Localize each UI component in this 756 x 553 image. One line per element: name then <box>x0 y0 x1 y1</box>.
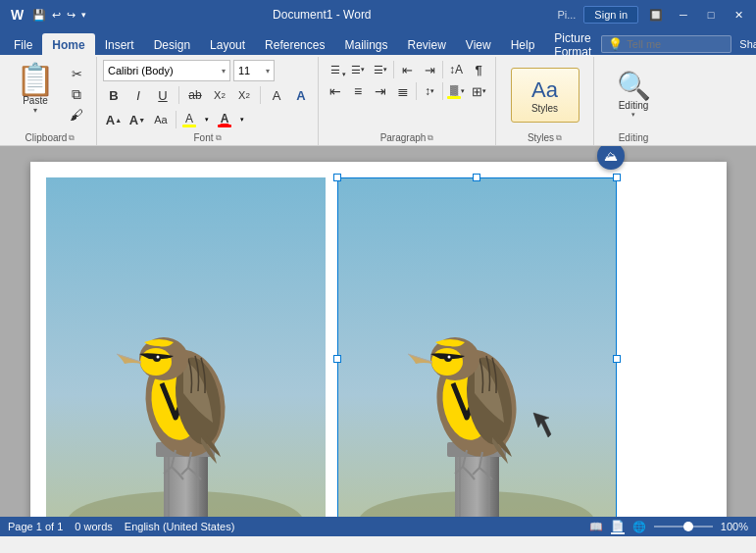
italic-button[interactable]: I <box>127 84 149 106</box>
superscript-button[interactable]: X2 <box>233 84 255 106</box>
tab-layout[interactable]: Layout <box>200 33 255 55</box>
tab-design[interactable]: Design <box>144 33 200 55</box>
change-case-button[interactable]: Aa <box>150 109 172 130</box>
close-button[interactable]: ✕ <box>729 5 748 25</box>
tab-home[interactable]: Home <box>42 33 94 55</box>
increase-indent-button[interactable]: ⇥ <box>419 60 440 79</box>
share-button[interactable]: Share <box>739 38 756 50</box>
web-layout-button[interactable]: 🌐 <box>632 521 646 533</box>
undo-qat-btn[interactable]: ↩ <box>52 9 61 22</box>
resize-handle-middle-left[interactable] <box>333 355 341 363</box>
cut-button[interactable]: ✂ <box>63 64 90 83</box>
increase-font-button[interactable]: A▲ <box>103 109 125 130</box>
zoom-thumb[interactable] <box>683 522 693 531</box>
decrease-font-button[interactable]: A▼ <box>126 109 148 130</box>
paste-dropdown-arrow[interactable]: ▾ <box>33 106 37 115</box>
decrease-indent-button[interactable]: ⇤ <box>396 60 418 79</box>
styles-expand-btn[interactable]: ⧉ <box>556 133 562 143</box>
paragraph-group: ☰▾ ☰▾ ☰▾ ⇤ ⇥ ↕A ¶ ⇤ ≡ ⇥ ≣ <box>319 57 496 145</box>
justify-button[interactable]: ≣ <box>392 81 414 101</box>
tab-mailings[interactable]: Mailings <box>334 33 397 55</box>
text-effects-button[interactable]: A <box>290 84 312 106</box>
image1-container[interactable] <box>46 177 326 517</box>
align-right-button[interactable]: ⇥ <box>370 81 391 101</box>
editing-dropdown-arrow[interactable]: ▾ <box>631 111 635 119</box>
editing-button[interactable]: 🔍 Editing ▾ <box>604 68 663 123</box>
tab-review[interactable]: Review <box>397 33 455 55</box>
show-hide-button[interactable]: ¶ <box>468 60 489 79</box>
bullets-button[interactable]: ☰▾ <box>325 60 346 79</box>
document-page: ⛰ <box>30 162 727 517</box>
subscript-button[interactable]: X2 <box>209 84 230 106</box>
print-layout-button[interactable]: 📄 <box>611 520 625 534</box>
font-expand-btn[interactable]: ⧉ <box>216 133 222 143</box>
shading-button[interactable]: ▓ ▾ <box>445 81 467 101</box>
zoom-slider[interactable] <box>654 526 713 528</box>
clear-formatting-button[interactable]: A <box>266 84 287 106</box>
pi-label: Pi... <box>557 9 576 21</box>
editing-label-row: Editing <box>600 130 667 145</box>
image2-container[interactable]: ⛰ <box>337 177 617 517</box>
paragraph-content: ☰▾ ☰▾ ☰▾ ⇤ ⇥ ↕A ¶ ⇤ ≡ ⇥ ≣ <box>325 60 489 130</box>
multilevel-button[interactable]: ☰▾ <box>370 60 391 79</box>
tab-view[interactable]: View <box>456 33 501 55</box>
ribbon-display-btn[interactable]: 🔲 <box>646 5 666 25</box>
para-divider2 <box>442 61 443 78</box>
clipboard-expand-btn[interactable]: ⧉ <box>69 133 75 143</box>
font-size-dropdown[interactable]: 11 ▾ <box>233 60 275 81</box>
para-divider1 <box>393 61 394 78</box>
paragraph-expand-btn[interactable]: ⧉ <box>428 133 433 143</box>
tab-help[interactable]: Help <box>501 33 545 55</box>
status-bar: Page 1 of 1 0 words English (United Stat… <box>0 517 756 536</box>
tab-picture-format[interactable]: Picture Format <box>544 33 601 55</box>
minimize-button[interactable]: ─ <box>674 5 693 25</box>
styles-button[interactable]: Aa Styles <box>511 68 580 123</box>
shading-indicator <box>447 96 461 99</box>
image-layout-button[interactable]: ⛰ <box>597 146 625 170</box>
para-divider3 <box>416 82 417 100</box>
ribbon: 📋 Paste ▾ ✂ ⧉ 🖌 Clipboard ⧉ Calibri (Bod… <box>0 55 756 146</box>
resize-handle-middle-right[interactable] <box>613 355 621 363</box>
title-bar-right: Pi... Sign in 🔲 ─ □ ✕ <box>557 5 748 25</box>
font-color-button[interactable]: A <box>216 111 233 128</box>
highlight-color-dropdown[interactable]: ▾ <box>200 110 214 129</box>
font-name-dropdown-arrow: ▾ <box>222 67 226 75</box>
copy-button[interactable]: ⧉ <box>63 84 90 104</box>
tab-insert[interactable]: Insert <box>95 33 144 55</box>
redo-qat-btn[interactable]: ↪ <box>67 9 76 22</box>
tab-file[interactable]: File <box>4 33 42 55</box>
bold-button[interactable]: B <box>103 84 125 106</box>
resize-handle-top-right[interactable] <box>613 174 621 181</box>
svg-point-23 <box>431 348 463 376</box>
resize-handle-top-middle[interactable] <box>473 174 480 181</box>
sign-in-button[interactable]: Sign in <box>583 6 638 24</box>
clipboard-group: 📋 Paste ▾ ✂ ⧉ 🖌 Clipboard ⧉ <box>4 57 97 145</box>
editing-content: 🔍 Editing ▾ <box>600 60 667 130</box>
strikethrough-button[interactable]: ab <box>184 84 206 106</box>
sort-button[interactable]: ↕A <box>445 60 467 79</box>
tab-references[interactable]: References <box>255 33 334 55</box>
tell-me-box[interactable]: 💡 <box>601 35 731 53</box>
maximize-button[interactable]: □ <box>701 5 721 25</box>
editing-label: Editing <box>619 100 649 111</box>
highlight-color-button[interactable]: A <box>180 111 198 128</box>
window-title: Document1 - Word <box>86 8 557 22</box>
word-count: 0 words <box>75 521 113 532</box>
paste-icon: 📋 <box>16 64 55 95</box>
line-spacing-button[interactable]: ↕▾ <box>419 81 440 101</box>
format-painter-button[interactable]: 🖌 <box>63 105 90 125</box>
tell-me-input[interactable] <box>627 38 725 50</box>
align-left-button[interactable]: ⇤ <box>325 81 346 101</box>
font-name-dropdown[interactable]: Calibri (Body) ▾ <box>103 60 230 81</box>
font-color-dropdown[interactable]: ▾ <box>235 110 249 129</box>
read-view-button[interactable]: 📖 <box>589 521 603 533</box>
borders-button[interactable]: ⊞▾ <box>468 81 489 101</box>
align-center-button[interactable]: ≡ <box>347 81 369 101</box>
resize-handle-top-left[interactable] <box>333 174 341 181</box>
underline-button[interactable]: U <box>152 84 174 106</box>
numbering-button[interactable]: ☰▾ <box>347 60 369 79</box>
styles-icon: Aa <box>531 77 558 103</box>
font-row1: Calibri (Body) ▾ 11 ▾ <box>103 60 275 81</box>
paste-button[interactable]: 📋 Paste ▾ <box>10 60 61 119</box>
save-qat-btn[interactable]: 💾 <box>32 9 46 22</box>
